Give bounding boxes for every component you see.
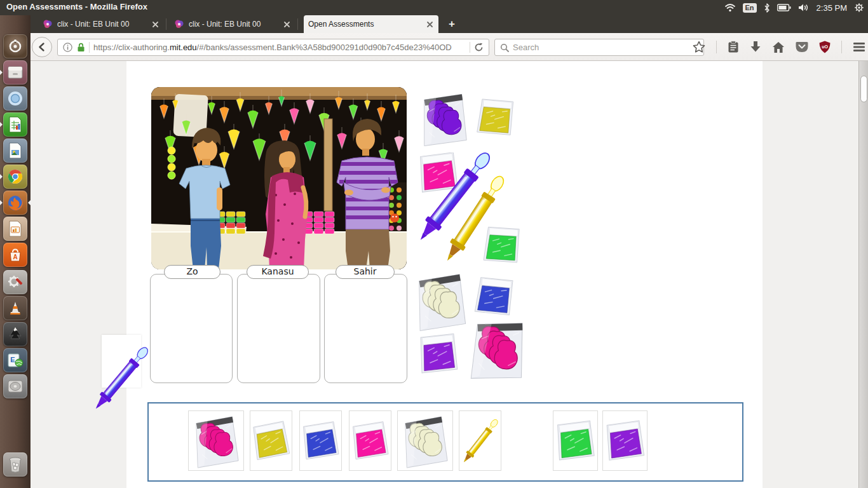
running-indicator (0, 70, 3, 75)
character-label-sahir: Sahir (336, 265, 395, 279)
drop-zone-kanasu[interactable] (237, 274, 320, 383)
drop-zone-sahir[interactable] (324, 274, 407, 383)
reload-icon[interactable] (474, 43, 484, 52)
market-illustration (151, 87, 407, 269)
tab-bar: clix - Unit: EB Unit 00clix - Unit: EB U… (31, 15, 868, 33)
scrollbar-thumb[interactable] (860, 76, 867, 102)
running-indicator (0, 174, 3, 179)
launcher-trash-icon[interactable] (3, 452, 27, 477)
search-icon (500, 43, 509, 52)
tab-separator (297, 18, 298, 30)
toolbar-separator (716, 41, 717, 53)
item-green-colour-packet[interactable] (483, 226, 521, 265)
item-blue-pichkari-dragging[interactable] (111, 338, 132, 385)
launcher-inkscape-icon[interactable] (3, 322, 27, 346)
url-text[interactable]: https://clix-authoring.mit.edu/#/banks/a… (93, 43, 466, 52)
yellow-colour-packet-image (252, 414, 290, 468)
tray-item-green-colour-packet[interactable] (553, 410, 598, 471)
item-pink-balloon-packet[interactable] (469, 315, 527, 384)
tray-item-blue-colour-packet[interactable] (299, 410, 342, 471)
launcher-disks-utility-icon[interactable] (3, 374, 27, 398)
search-input[interactable]: Search (494, 39, 704, 56)
launcher-ubuntu-software-icon[interactable]: A (3, 243, 27, 267)
drop-zone-zo[interactable] (150, 274, 233, 383)
urlbar-separator2 (470, 42, 470, 53)
tab-0[interactable]: clix - Unit: EB Unit 00 (37, 15, 164, 33)
tab-close-icon[interactable] (281, 19, 292, 29)
item-purple-colour-packet[interactable] (418, 332, 459, 376)
downloads-icon[interactable] (750, 41, 761, 53)
green-colour-packet-image (555, 414, 595, 468)
top-panel: Open Assessments - Mozilla Firefox En 2:… (0, 0, 868, 15)
keyboard-layout-indicator[interactable]: En (743, 3, 757, 13)
tab-1[interactable]: clix - Unit: EB Unit 00 (168, 15, 295, 33)
wifi-icon[interactable] (724, 3, 736, 12)
launcher-vlc-icon[interactable] (3, 296, 27, 320)
clock[interactable]: 2:35 PM (817, 3, 847, 13)
lock-icon[interactable] (77, 43, 85, 52)
back-button[interactable] (32, 37, 52, 57)
bookmark-star-icon[interactable] (693, 41, 705, 53)
url-bar[interactable]: https://clix-authoring.mit.edu/#/banks/a… (57, 39, 489, 56)
page-info-icon[interactable] (63, 43, 72, 52)
page-scrollbar[interactable] (858, 61, 868, 488)
launcher-chrome-icon[interactable] (3, 165, 27, 189)
launcher-office-globe-app-icon[interactable]: E (3, 348, 27, 372)
tab-title: Open Assessments (308, 20, 421, 29)
launcher-dash-home-icon[interactable] (3, 34, 27, 58)
launcher-libreoffice-calc-icon[interactable] (3, 112, 27, 137)
focused-indicator (28, 200, 31, 205)
new-tab-button[interactable]: + (444, 18, 460, 31)
session-gear-icon[interactable] (854, 3, 864, 13)
tray-item-pink-colour-packet[interactable] (349, 410, 391, 471)
battery-icon[interactable] (777, 4, 791, 11)
launcher-file-manager-icon[interactable] (3, 60, 27, 85)
purple-colour-packet-image (605, 414, 645, 468)
page-content: ZoKanasuSahir (31, 61, 868, 488)
bluetooth-icon[interactable] (764, 3, 770, 13)
pink-colour-packet-image (351, 414, 389, 468)
item-tray (147, 402, 743, 482)
tab-title: clix - Unit: EB Unit 00 (57, 20, 146, 29)
tray-item-white-balloon-packet[interactable] (397, 410, 453, 471)
pocket-icon[interactable] (796, 41, 808, 53)
urlbar-separator (89, 42, 90, 53)
system-tray: En 2:35 PM (724, 0, 864, 15)
menu-icon[interactable] (853, 42, 865, 52)
item-yellow-colour-packet[interactable] (474, 98, 517, 137)
yellow-pichkari-image (469, 414, 492, 468)
launcher-libreoffice-impress-icon[interactable] (3, 217, 27, 241)
launcher-libreoffice-draw-icon[interactable] (3, 139, 27, 163)
tray-item-pink-balloon-packet[interactable] (188, 410, 244, 471)
running-indicator (0, 200, 3, 205)
ublock-icon[interactable]: uO (819, 41, 831, 53)
reading-list-icon[interactable] (728, 41, 739, 53)
volume-icon[interactable] (798, 3, 810, 12)
tab-close-icon[interactable] (424, 19, 435, 29)
tab-close-icon[interactable] (150, 19, 160, 29)
white-balloon-packet-image (400, 414, 451, 468)
dragged-item-box[interactable] (102, 335, 141, 388)
launcher-system-settings-icon[interactable] (3, 270, 27, 294)
item-white-balloon-packet[interactable] (413, 271, 469, 332)
tray-item-yellow-pichkari[interactable] (459, 410, 501, 471)
character-label-zo: Zo (164, 265, 220, 279)
svg-text:uO: uO (822, 44, 828, 49)
tab-title: clix - Unit: EB Unit 00 (189, 20, 278, 29)
svg-text:E: E (10, 356, 15, 363)
running-indicator (0, 122, 3, 127)
toolbar-separator2 (841, 41, 842, 53)
tray-item-purple-colour-packet[interactable] (602, 410, 648, 471)
blue-colour-packet-image (302, 414, 339, 468)
pink-balloon-packet-image (191, 414, 241, 468)
svg-text:A: A (13, 254, 17, 261)
tray-item-yellow-colour-packet[interactable] (250, 410, 292, 471)
launcher-chromium-icon[interactable] (3, 86, 27, 111)
item-purple-balloon-packet[interactable] (419, 90, 469, 148)
launcher: AE (0, 15, 31, 488)
launcher-firefox-icon[interactable] (3, 191, 27, 215)
home-icon[interactable] (772, 41, 785, 53)
tab-active[interactable]: Open Assessments (304, 15, 438, 33)
tab-separator (166, 18, 166, 30)
item-blue-colour-packet[interactable] (473, 277, 516, 316)
